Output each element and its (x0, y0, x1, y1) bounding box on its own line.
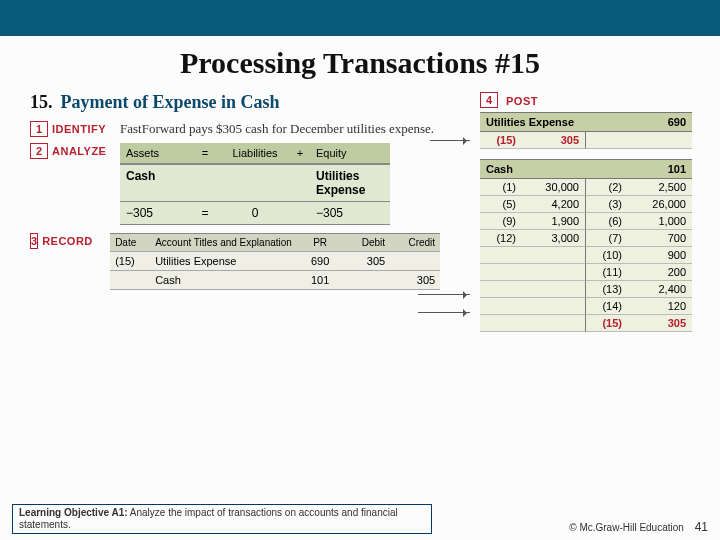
journal-r2-acct: Cash (150, 271, 300, 290)
step-identify: 1 IDENTIFY FastForward pays $305 cash fo… (30, 121, 440, 137)
ledger-credit (628, 132, 692, 149)
arrow-icon (418, 312, 470, 313)
ledger-debit (522, 264, 586, 281)
ledger-ref: (10) (586, 247, 628, 264)
ledger-ref (480, 298, 522, 315)
ledger-ref: (15) (480, 132, 522, 149)
ledger-credit: 26,000 (628, 196, 692, 213)
ledger-row: (1)30,000(2)2,500 (480, 179, 692, 196)
ledger-ref: (9) (480, 213, 522, 230)
ledger-credit: 2,400 (628, 281, 692, 298)
analyze-val-asset: −305 (120, 202, 190, 225)
journal-r1-dr: 305 (340, 252, 390, 271)
journal-hdr-credit: Credit (390, 234, 440, 252)
ledger-utilities-acctno: 690 (648, 113, 692, 131)
journal-r1-date: (15) (110, 252, 150, 271)
arrow-icon (418, 294, 470, 295)
analyze-sub-sp3 (290, 164, 310, 202)
footer: Learning Objective A1: Analyze the impac… (12, 504, 708, 534)
journal-r2-pr: 101 (300, 271, 340, 290)
step-box-1: 1 (30, 121, 48, 137)
ledger-ref: (5) (480, 196, 522, 213)
lo-label: Learning Objective A1: (19, 507, 128, 518)
ledger-ref: (12) (480, 230, 522, 247)
ledger-row: (15)305 (480, 315, 692, 332)
ledger-ref: (3) (586, 196, 628, 213)
ledger-credit: 900 (628, 247, 692, 264)
ledger-utilities: Utilities Expense 690 (15)305 (480, 112, 692, 149)
analyze-val-eq: = (190, 202, 220, 225)
journal-hdr-date: Date (110, 234, 150, 252)
ledger-ref: (11) (586, 264, 628, 281)
analyze-hdr-assets: Assets (120, 143, 190, 164)
journal-r1-acct: Utilities Expense (150, 252, 300, 271)
ledger-debit (522, 247, 586, 264)
footer-right: © Mc.Graw-Hill Education 41 (569, 520, 708, 534)
ledger-debit (522, 315, 586, 332)
ledger-ref (480, 281, 522, 298)
learning-objective: Learning Objective A1: Analyze the impac… (12, 504, 432, 534)
problem-number: 15. (30, 92, 53, 113)
ledger-utilities-title: Utilities Expense (480, 113, 648, 131)
ledger-row: (10)900 (480, 247, 692, 264)
ledger-debit (522, 281, 586, 298)
problem-heading: 15. Payment of Expense in Cash (30, 92, 440, 113)
analyze-sub-sp1 (190, 164, 220, 202)
step-record: 3 RECORD Date Account Titles and Explana… (30, 233, 440, 290)
ledger-ref: (14) (586, 298, 628, 315)
journal-hdr-debit: Debit (340, 234, 390, 252)
analyze-val-equity: −305 (310, 202, 390, 225)
ledger-row: (11)200 (480, 264, 692, 281)
analyze-hdr-plus: + (290, 143, 310, 164)
analyze-hdr-liab: Liabilities (220, 143, 290, 164)
slide-title: Processing Transactions #15 (0, 46, 720, 80)
ledger-debit: 305 (522, 132, 586, 149)
step-box-4: 4 (480, 92, 498, 108)
journal-r2-dr (340, 271, 390, 290)
journal-table: Date Account Titles and Explanation PR D… (110, 233, 440, 290)
step-box-2: 2 (30, 143, 48, 159)
left-column: 15. Payment of Expense in Cash 1 IDENTIF… (30, 92, 440, 296)
ledger-ref: (1) (480, 179, 522, 196)
identify-text: FastForward pays $305 cash for December … (120, 121, 440, 137)
ledger-credit: 120 (628, 298, 692, 315)
page-number: 41 (695, 520, 708, 534)
ledger-cash-acctno: 101 (648, 160, 692, 178)
ledger-row: (12)3,000(7)700 (480, 230, 692, 247)
analyze-hdr-eq: = (190, 143, 220, 164)
ledger-row: (13)2,400 (480, 281, 692, 298)
analyze-table: Assets = Liabilities + Equity Cash Utili… (120, 143, 390, 225)
analyze-hdr-equity: Equity (310, 143, 390, 164)
step-label-record: RECORD (42, 233, 100, 247)
ledger-credit: 1,000 (628, 213, 692, 230)
arrow-icon (430, 140, 470, 141)
ledger-ref (480, 247, 522, 264)
copyright: © Mc.Graw-Hill Education (569, 522, 684, 533)
ledger-debit: 3,000 (522, 230, 586, 247)
journal-r2-date (110, 271, 150, 290)
journal-row-2: Cash 101 305 (110, 271, 440, 290)
ledger-cash-title: Cash (480, 160, 648, 178)
ledger-debit: 30,000 (522, 179, 586, 196)
analyze-val-liab: 0 (220, 202, 290, 225)
ledger-ref (480, 315, 522, 332)
problem-title: Payment of Expense in Cash (61, 92, 280, 113)
journal-hdr-pr: PR (300, 234, 340, 252)
content-area: 15. Payment of Expense in Cash 1 IDENTIF… (0, 86, 720, 496)
journal-r1-cr (390, 252, 440, 271)
ledger-credit: 200 (628, 264, 692, 281)
ledger-row: (5)4,200(3)26,000 (480, 196, 692, 213)
step-label-identify: IDENTIFY (52, 121, 110, 135)
analyze-val-plus (290, 202, 310, 225)
journal-row-1: (15) Utilities Expense 690 305 (110, 252, 440, 271)
ledger-debit (522, 298, 586, 315)
ledger-ref: (2) (586, 179, 628, 196)
analyze-sub-asset: Cash (120, 164, 190, 202)
analyze-sub-equity: Utilities Expense (310, 164, 390, 202)
ledger-ref (480, 264, 522, 281)
ledger-debit: 1,900 (522, 213, 586, 230)
right-column: 4 POST Utilities Expense 690 (15)305 Cas… (480, 92, 692, 342)
step-label-analyze: ANALYZE (52, 143, 110, 157)
title-bar (0, 0, 720, 36)
ledger-debit: 4,200 (522, 196, 586, 213)
